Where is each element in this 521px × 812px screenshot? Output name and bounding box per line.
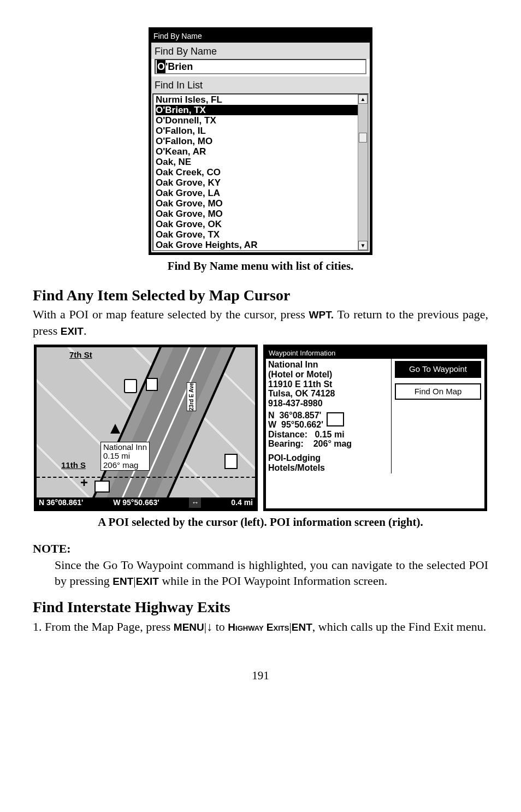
scroll-down-button[interactable]: ▼ [358,241,368,250]
wp-distance: 0.15 mi [315,430,344,439]
list-item[interactable]: O'Fallon, IL [156,126,358,136]
key-menu: MENU [174,621,204,633]
poi-name: National Inn [103,443,147,452]
heading-find-any-item: Find Any Item Selected by Map Cursor [33,285,488,306]
page-number: 191 [33,668,488,683]
street-label-11th: 11th S [61,461,86,470]
key-ent-2: ENT [292,621,312,633]
list-item[interactable]: O'Kean, AR [156,146,358,157]
north-flag-icon [146,378,158,391]
para-find-interstate: 1. From the Map Page, press MENU|↓ to Hi… [33,619,488,635]
dashed-line [37,477,255,478]
map-screenshot: 7th St 23rd E Ave National Inn 0.15 mi 1… [34,345,258,511]
para-find-any-item: With a POI or map feature selected by th… [33,306,488,339]
wp-lon: 95°50.662' [281,420,323,429]
list-item[interactable]: O'Donnell, TX [156,115,358,126]
wp-poi-cat2: Hotels/Motels [268,463,389,473]
results-list[interactable]: Nurmi Isles, FLO'Brien, TXO'Donnell, TXO… [152,93,369,251]
scale-arrows-icon: ↔ [189,497,201,508]
status-lat: N 36°08.861' [39,497,83,508]
lodging-icon [327,412,344,426]
waypoint-title-bar: Waypoint Information [266,347,484,359]
ave-label: 23rd E Ave [187,382,197,411]
dialog-title-bar: Find By Name [151,30,370,43]
key-exit: EXIT [61,325,84,337]
route-shield-icon [124,379,137,393]
poi-bearing: 206° mag [103,460,138,470]
find-on-map-button[interactable]: Find On Map [395,383,481,400]
heading-find-interstate: Find Interstate Highway Exits [33,597,488,618]
status-scale: 0.4 mi [231,497,253,508]
poi-label-box: National Inn 0.15 mi 11th S 206° mag [100,442,150,471]
list-item[interactable]: Oak Grove, TX [156,229,358,240]
wp-phone: 918-437-8980 [268,399,389,408]
lodging-icon [94,481,110,493]
section-label-list: Find In List [151,76,370,93]
caption-2: A POI selected by the cursor (left). POI… [33,514,488,530]
list-item[interactable]: Oak Grove Heights, AR [156,240,358,250]
scroll-up-button[interactable]: ▲ [358,94,368,104]
list-item[interactable]: Oak Creek, CO [156,167,358,177]
list-item[interactable]: Oak Grove, MO [156,209,358,219]
map-status-bar: N 36°08.861' W 95°50.663' ↔ 0.4 mi [37,497,255,508]
wp-category-line: (Hotel or Motel) [268,370,389,380]
note-heading: NOTE: [33,541,488,557]
page-icon [224,454,238,469]
note-body: Since the Go To Waypoint command is high… [55,557,488,589]
north-arrow-icon [110,424,120,434]
poi-dist: 0.15 mi [103,452,147,461]
find-by-name-dialog: Find By Name Find By Name O'Brien Find I… [149,27,372,255]
list-item[interactable]: Nurmi Isles, FL [156,94,358,105]
map-cursor-icon: + [80,474,88,491]
list-item[interactable]: Oak, NE [156,157,358,167]
wp-bearing: 206° mag [313,439,352,448]
wp-citystate: Tulsa, OK 74128 [268,389,389,399]
list-scrollbar[interactable]: ▲ ▼ [358,94,368,250]
key-highway-exits: Highway Exits [228,621,289,633]
wp-lat: 36°08.857' [279,411,321,420]
list-item[interactable]: O'Fallon, MO [156,136,358,146]
name-input[interactable]: O'Brien [155,59,366,74]
down-arrow-icon: ↓ [206,620,212,633]
caption-1: Find By Name menu with list of cities. [33,258,488,274]
status-lon: W 95°50.663' [113,497,159,508]
go-to-waypoint-button[interactable]: Go To Waypoint [395,361,481,377]
waypoint-details: National Inn (Hotel or Motel) 11910 E 11… [266,359,392,473]
input-rest: 'Brien [165,60,193,73]
wp-name: National Inn [268,360,389,370]
list-item[interactable]: Oak Grove, MO [156,198,358,209]
key-ent: ENT [113,576,133,587]
wp-poi-cat1: POI-Lodging [268,453,389,463]
waypoint-info-screenshot: Waypoint Information National Inn (Hotel… [263,345,487,511]
wp-address: 11910 E 11th St [268,380,389,389]
list-item[interactable]: O'Brien, TX [156,105,358,115]
section-label-name: Find By Name [151,43,370,59]
scroll-thumb[interactable] [359,133,367,143]
input-highlight-char: O [157,60,165,73]
street-label-7th: 7th St [69,349,92,360]
key-exit-2: EXIT [136,576,159,587]
list-item[interactable]: Oak Grove, KY [156,177,358,188]
list-item[interactable]: Oak Grove, LA [156,188,358,198]
list-item[interactable]: Oak Grove, OK [156,219,358,229]
key-wpt: WPT. [309,309,334,321]
